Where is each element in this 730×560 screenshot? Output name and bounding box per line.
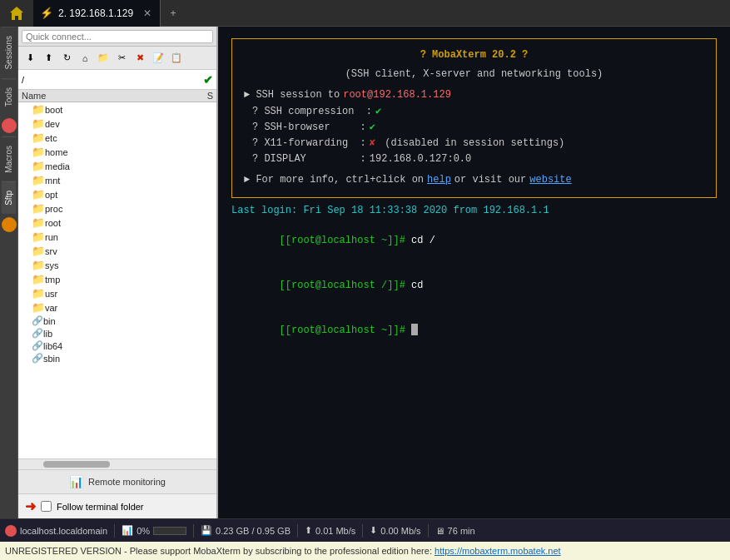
sftp-path-input[interactable] (22, 75, 203, 85)
symlink-icon: 🔗 (32, 315, 43, 326)
x11-forwarding-line: ? X11-forwarding : ✘ (disabled in sessio… (244, 136, 704, 151)
unreg-text: UNREGISTERED VERSION - Please support Mo… (5, 546, 432, 556)
terminal-tab[interactable]: ⚡ 2. 192.168.1.129 ✕ (33, 0, 161, 27)
list-item[interactable]: 📁mnt (18, 173, 216, 187)
sftp-path-bar: ✔ (18, 70, 216, 90)
status-divider (362, 524, 363, 538)
terminal-line: [[root@localhost ~]]# cd / (225, 218, 723, 263)
tab-label: 2. 192.168.1.129 (58, 7, 133, 19)
status-bar: localhost.localdomain 📊 0% 💾 0.23 GB / 0… (0, 518, 730, 542)
svg-marker-0 (10, 7, 23, 20)
tab-close-button[interactable]: ✕ (142, 7, 153, 19)
terminal-area: ? MobaXterm 20.2 ? (SSH client, X-server… (218, 27, 730, 518)
item-name: opt (45, 190, 57, 200)
status-download: ⬇ 0.00 Mb/s (370, 525, 420, 536)
folder-icon: 📁 (32, 188, 45, 201)
sftp-list-header: Name S (18, 90, 216, 102)
list-item[interactable]: 📁boot (18, 102, 216, 116)
monitor-icon: 📊 (69, 475, 83, 488)
list-item[interactable]: 🔗lib64 (18, 339, 216, 352)
star-icon[interactable] (2, 118, 17, 133)
website-link[interactable]: website (529, 172, 571, 188)
list-item[interactable]: 📁tmp (18, 272, 216, 286)
list-item[interactable]: 📁srv (18, 244, 216, 258)
status-hostname: localhost.localdomain (5, 525, 107, 537)
remote-monitoring-button[interactable]: 📊 Remote monitoring (18, 469, 216, 493)
item-name: lib64 (43, 341, 62, 351)
sftp-toolbar: ⬇ ⬆ ↻ ⌂ 📁 ✂ ✖ 📝 📋 (18, 47, 216, 70)
info-box-subtitle: (SSH client, X-server and networking too… (244, 67, 704, 82)
list-item[interactable]: 📁usr (18, 286, 216, 300)
status-cpu: 📊 0% (122, 525, 186, 536)
sftp-copy-btn[interactable]: 📋 (168, 50, 185, 67)
status-time: 🖥 76 min (435, 526, 475, 536)
clock-icon: 🖥 (435, 526, 444, 536)
list-item[interactable]: 📁root (18, 216, 216, 230)
unreg-link[interactable]: https://mobaxterm.mobatek.net (435, 546, 561, 556)
sftp-scrollbar[interactable] (18, 459, 216, 469)
item-name: sys (45, 260, 59, 270)
sidebar-tab-tools[interactable]: Tools (2, 78, 16, 115)
connection-status-icon (5, 525, 17, 537)
sftp-panel: ⬇ ⬆ ↻ ⌂ 📁 ✂ ✖ 📝 📋 ✔ Name S 📁boot 📁dev 📁e… (18, 27, 218, 518)
info-help-line: ► For more info, ctrl+click on help or v… (244, 172, 704, 188)
sidebar-tab-sftp[interactable]: Sftp (2, 181, 16, 214)
help-link[interactable]: help (427, 172, 451, 188)
folder-icon: 📁 (32, 103, 45, 116)
sftp-upload-btn[interactable]: ⬆ (40, 50, 57, 67)
list-item[interactable]: 🔗sbin (18, 352, 216, 364)
symlink-icon: 🔗 (32, 340, 43, 351)
item-name: usr (45, 289, 57, 299)
sftp-delete-btn[interactable]: ✖ (132, 50, 148, 67)
item-name: etc (45, 133, 57, 143)
sftp-cut-btn[interactable]: ✂ (113, 50, 130, 67)
home-button[interactable] (0, 0, 33, 27)
list-item[interactable]: 📁sys (18, 258, 216, 272)
item-name: sbin (43, 354, 60, 364)
list-item[interactable]: 📁home (18, 145, 216, 159)
sidebar-tab-sessions[interactable]: Sessions (2, 27, 16, 78)
sftp-bottom: 📊 Remote monitoring ➜ Follow terminal fo… (18, 458, 216, 518)
status-divider (297, 524, 298, 538)
folder-icon: 📁 (32, 216, 45, 229)
list-item[interactable]: 🔗lib (18, 327, 216, 339)
list-item[interactable]: 📁proc (18, 201, 216, 216)
sidebar-tab-macros[interactable]: Macros (2, 136, 16, 181)
terminal-line: [[root@localhost /]]# cd (225, 263, 723, 308)
sftp-col-name-header: Name (22, 91, 196, 101)
terminal-line: Last login: Fri Sep 18 11:33:38 2020 fro… (225, 203, 723, 218)
list-item[interactable]: 📁etc (18, 131, 216, 145)
item-name: dev (45, 119, 60, 129)
sftp-refresh-btn[interactable]: ↻ (58, 50, 75, 67)
list-item[interactable]: 📁run (18, 230, 216, 244)
terminal-cursor (411, 324, 418, 335)
follow-arrow-icon: ➜ (25, 498, 36, 514)
status-divider (114, 524, 115, 538)
sftp-download-btn[interactable]: ⬇ (22, 50, 38, 67)
item-name: home (45, 147, 68, 157)
sftp-home-btn[interactable]: ⌂ (77, 50, 93, 67)
item-name: bin (43, 316, 56, 326)
main-layout: Sessions Tools Macros Sftp ⬇ ⬆ ↻ ⌂ 📁 ✂ ✖… (0, 27, 730, 518)
quick-connect-input[interactable] (22, 30, 213, 43)
list-item[interactable]: 📁var (18, 300, 216, 315)
sftp-file-list: Name S 📁boot 📁dev 📁etc 📁home 📁media 📁mnt… (18, 90, 216, 458)
sftp-edit-btn[interactable]: 📝 (150, 50, 166, 67)
status-divider (428, 524, 429, 538)
item-name: lib (43, 329, 52, 339)
list-item[interactable]: 📁opt (18, 187, 216, 201)
ssh-compression-line: ? SSH compression : ✔ (244, 104, 704, 120)
list-item[interactable]: 📁dev (18, 116, 216, 131)
follow-terminal-checkbox[interactable] (41, 501, 52, 512)
follow-terminal-row[interactable]: ➜ Follow terminal folder (18, 493, 216, 518)
info-box: ? MobaXterm 20.2 ? (SSH client, X-server… (231, 38, 717, 198)
sftp-newfolder-btn[interactable]: 📁 (95, 50, 112, 67)
folder-icon: 📁 (32, 245, 45, 257)
folder-icon: 📁 (32, 202, 45, 215)
terminal-content[interactable]: ? MobaXterm 20.2 ? (SSH client, X-server… (218, 27, 730, 518)
list-item[interactable]: 🔗bin (18, 315, 216, 327)
item-name: media (45, 161, 70, 171)
memory-icon: 💾 (201, 525, 212, 536)
add-tab-button[interactable]: + (161, 0, 186, 27)
list-item[interactable]: 📁media (18, 159, 216, 173)
